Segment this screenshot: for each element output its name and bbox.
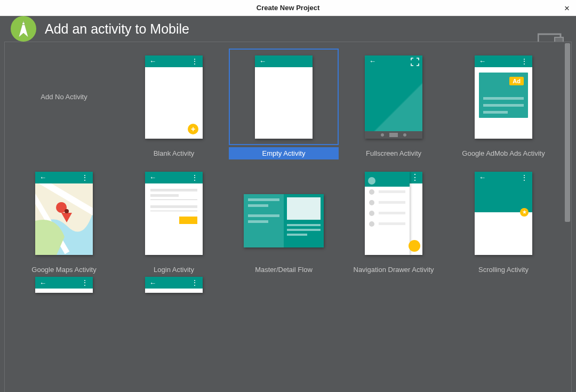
android-studio-icon (11, 16, 36, 42)
overflow-icon: ⋮ (521, 175, 528, 180)
ad-badge: Ad (509, 77, 524, 85)
overflow-icon: ⋮ (191, 175, 198, 180)
svg-point-5 (65, 209, 69, 213)
template-label: Empty Activity (262, 149, 306, 157)
template-label: Navigation Drawer Activity (354, 266, 434, 274)
back-arrow-icon: ← (39, 279, 46, 287)
template-maps-activity[interactable]: ←⋮ (9, 159, 119, 276)
template-label: Google Maps Activity (31, 266, 96, 274)
back-arrow-icon: ← (479, 173, 486, 181)
template-nav-drawer[interactable]: ⋮ Navigation Drawer Activity (339, 159, 449, 276)
template-partial-1[interactable]: ←⋮ (9, 276, 119, 297)
back-arrow-icon: ← (149, 279, 156, 287)
overflow-icon: ⋮ (191, 59, 198, 63)
template-gallery: Add No Activity ←⋮ + Blank Activity (4, 42, 572, 392)
window-title: Create New Project (257, 4, 320, 12)
template-label: Add No Activity (41, 93, 87, 101)
overflow-icon: ⋮ (411, 172, 419, 182)
template-admob-activity[interactable]: ←⋮ Ad Go (449, 43, 558, 159)
close-icon[interactable]: × (564, 3, 570, 14)
titlebar: Create New Project × (0, 0, 576, 16)
fab-icon (409, 240, 420, 252)
overflow-icon: ⋮ (81, 175, 89, 180)
template-partial-2[interactable]: ←⋮ (119, 276, 229, 297)
template-label: Login Activity (154, 266, 194, 274)
back-arrow-icon: ← (479, 57, 486, 65)
wizard-header: Add an activity to Mobile (0, 16, 576, 42)
template-fullscreen-activity[interactable]: ← Fullscreen Activity (339, 43, 449, 159)
template-blank-activity[interactable]: ←⋮ + Blank Activity (119, 43, 229, 159)
fullscreen-icon (411, 58, 419, 66)
template-label: Scrolling Activity (478, 266, 529, 274)
page-title: Add an activity to Mobile (45, 21, 189, 37)
template-add-no-activity[interactable]: Add No Activity (9, 43, 119, 159)
star-icon: ★ (520, 208, 529, 217)
overflow-icon: ⋮ (521, 59, 528, 63)
back-arrow-icon: ← (259, 57, 266, 65)
overflow-icon: ⋮ (191, 281, 198, 285)
fab-icon: + (188, 124, 198, 134)
template-login-activity[interactable]: ←⋮ Login Activity (119, 159, 229, 276)
scrollbar[interactable] (565, 43, 570, 222)
back-arrow-icon: ← (149, 57, 156, 65)
overflow-icon: ⋮ (81, 281, 89, 285)
template-master-detail[interactable]: Master/Detail Flow (229, 159, 339, 276)
template-label: Master/Detail Flow (255, 266, 313, 274)
back-arrow-icon: ← (369, 57, 376, 65)
template-label: Google AdMob Ads Activity (462, 149, 545, 157)
template-scrolling-activity[interactable]: ←⋮ ★ Scrolling Activity (449, 159, 558, 276)
svg-point-0 (22, 22, 25, 25)
back-arrow-icon: ← (39, 173, 46, 181)
template-label: Fullscreen Activity (366, 149, 421, 157)
back-arrow-icon: ← (149, 173, 156, 181)
template-label: Blank Activity (154, 149, 195, 157)
template-empty-activity[interactable]: ← Empty Activity (229, 43, 339, 159)
